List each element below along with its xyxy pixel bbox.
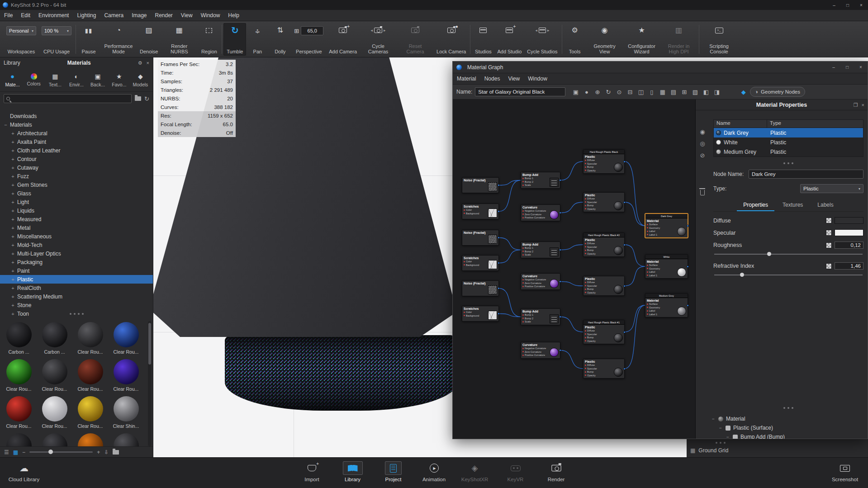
expander-icon[interactable]: −: [726, 435, 730, 439]
input-pin-icon[interactable]: [585, 292, 586, 293]
maximize-icon[interactable]: □: [840, 62, 854, 72]
tree-item-gem-stones[interactable]: +Gem Stones: [0, 180, 153, 189]
minimize-icon[interactable]: –: [827, 62, 840, 72]
dock-import[interactable]: Import: [294, 461, 330, 482]
library-scrollbar[interactable]: [148, 321, 152, 446]
value-box[interactable]: 1,46: [835, 262, 863, 270]
dock-screenshot[interactable]: Screenshot: [827, 461, 863, 482]
texture-checker-icon[interactable]: [826, 218, 832, 223]
input-pin-icon[interactable]: [464, 209, 465, 211]
close-icon[interactable]: ×: [854, 62, 868, 72]
graph-node-noise-fractal[interactable]: Noise (Fractal): [462, 280, 499, 296]
input-pin-icon[interactable]: [647, 227, 648, 228]
structure-item-material[interactable]: −Material: [711, 414, 868, 423]
input-pin-icon[interactable]: [585, 163, 586, 164]
dock-render[interactable]: Render: [539, 461, 574, 482]
close-icon[interactable]: ×: [862, 102, 864, 108]
delete-icon[interactable]: ▯: [648, 89, 655, 95]
input-pin-icon[interactable]: [522, 351, 524, 352]
output-pin-icon[interactable]: [623, 368, 626, 370]
input-pin-icon[interactable]: [522, 247, 524, 249]
graph-node-curvature[interactable]: CurvatureNegative CurvatureZero Curvatur…: [521, 204, 560, 221]
menu-edit[interactable]: Edit: [17, 12, 34, 19]
lock-icon[interactable]: ⊙: [615, 89, 623, 95]
material-thumbnail[interactable]: [108, 432, 144, 446]
studios-button[interactable]: Studios: [472, 23, 494, 56]
output-pin-icon[interactable]: [498, 237, 500, 239]
output-pin-icon[interactable]: [498, 184, 500, 186]
input-pin-icon[interactable]: [464, 261, 465, 262]
lock-camera-button[interactable]: ●Lock Camera: [434, 23, 469, 56]
snap-grid-icon[interactable]: ⊞: [680, 89, 688, 95]
panel-close-icon[interactable]: ×: [147, 60, 149, 66]
color-swatch[interactable]: [835, 229, 863, 236]
output-pin-icon[interactable]: [687, 304, 689, 307]
scripting-console-button[interactable]: >_Scripting Console: [701, 23, 738, 56]
slider-thumb[interactable]: [767, 252, 771, 256]
input-pin-icon[interactable]: [585, 340, 586, 341]
input-pin-icon[interactable]: [464, 315, 465, 316]
slider-thumb[interactable]: [740, 273, 744, 277]
tree-item-cloth-and-leather[interactable]: +Cloth and Leather: [0, 146, 153, 155]
render-nurbs-button[interactable]: ▦Render NURBS: [161, 23, 198, 56]
close-icon[interactable]: ×: [854, 0, 868, 10]
material-thumbnail[interactable]: [37, 432, 72, 446]
graph-menu-material[interactable]: Material: [453, 76, 480, 82]
expander-icon[interactable]: +: [11, 277, 15, 282]
material-type-select[interactable]: Plastic ▾: [800, 184, 863, 193]
input-pin-icon[interactable]: [647, 275, 648, 276]
add-studio-button[interactable]: +Add Studio: [494, 23, 524, 56]
input-pin-icon[interactable]: [522, 181, 524, 182]
input-pin-icon[interactable]: [585, 201, 586, 203]
tools-button[interactable]: ⚙Tools: [564, 23, 586, 56]
material-name-input[interactable]: [475, 87, 565, 96]
tree-item-glass[interactable]: +Glass: [0, 189, 153, 198]
material-thumbnail[interactable]: Clear Rou...: [1, 395, 37, 432]
labels-icon[interactable]: ▤: [669, 89, 677, 95]
output-pin-icon[interactable]: [559, 179, 561, 181]
graph-node-scratches[interactable]: ScratchesColorBackground: [462, 255, 499, 271]
library-tab-models[interactable]: ◆Models: [130, 68, 151, 91]
tree-item-stone[interactable]: +Stone: [0, 301, 153, 309]
input-pin-icon[interactable]: [585, 246, 586, 247]
previous-icon[interactable]: ◂: [371, 28, 373, 33]
menu-help[interactable]: Help: [224, 12, 243, 19]
graph-node-bump-add[interactable]: Bump AddBump 1Bump 2Scale: [521, 308, 560, 325]
pause-button[interactable]: ▮▮Pause: [77, 23, 100, 56]
tree-item-architectural[interactable]: +Architectural: [0, 129, 153, 137]
texture-checker-icon[interactable]: [826, 230, 832, 236]
cycle-cameras-button[interactable]: ◂▸Cycle Cameras: [360, 23, 397, 56]
tree-item-liquids[interactable]: +Liquids: [0, 206, 153, 215]
input-pin-icon[interactable]: [585, 205, 586, 206]
input-pin-icon[interactable]: [585, 374, 586, 376]
next-icon[interactable]: ▸: [384, 28, 386, 33]
graph-menu-window[interactable]: Window: [524, 76, 551, 82]
tree-item-mold-tech[interactable]: +Mold-Tech: [0, 241, 153, 249]
tumble-button[interactable]: ↻Tumble: [223, 23, 246, 56]
graph-node-plastic[interactable]: PlasticDiffuseSpecularBumpOpacity: [583, 359, 625, 379]
expander-icon[interactable]: −: [711, 417, 716, 422]
tree-item-paint[interactable]: +Paint: [0, 266, 153, 275]
measure-icon[interactable]: ⊟: [626, 89, 634, 95]
expander-icon[interactable]: +: [11, 234, 15, 239]
tab-textures[interactable]: Textures: [776, 200, 809, 211]
perspective-input[interactable]: [301, 26, 323, 35]
input-pin-icon[interactable]: [647, 265, 648, 266]
geometry-view-button[interactable]: ◉Geometry View: [586, 23, 623, 56]
input-pin-icon[interactable]: [522, 314, 524, 316]
material-thumbnail[interactable]: Clear Rou...: [1, 358, 37, 395]
material-thumbnail[interactable]: Carbon ...: [37, 321, 72, 358]
dock-keyshotxr[interactable]: ◈KeyShotXR: [457, 461, 493, 482]
input-pin-icon[interactable]: [522, 321, 524, 322]
input-pin-icon[interactable]: [522, 217, 524, 218]
graph-node-curvature[interactable]: CurvatureNegative CurvatureZero Curvatur…: [521, 273, 560, 290]
search-box[interactable]: [4, 94, 132, 103]
next-icon[interactable]: ▸: [547, 28, 550, 33]
input-pin-icon[interactable]: [522, 279, 524, 280]
input-pin-icon[interactable]: [585, 365, 586, 366]
library-tab-envir[interactable]: ◐Envir...: [66, 68, 87, 91]
graph-node-noise-fractal[interactable]: Noise (Fractal): [462, 177, 499, 193]
expander-icon[interactable]: +: [11, 139, 15, 145]
region-button[interactable]: Region: [198, 23, 220, 56]
maximize-icon[interactable]: □: [841, 0, 854, 10]
